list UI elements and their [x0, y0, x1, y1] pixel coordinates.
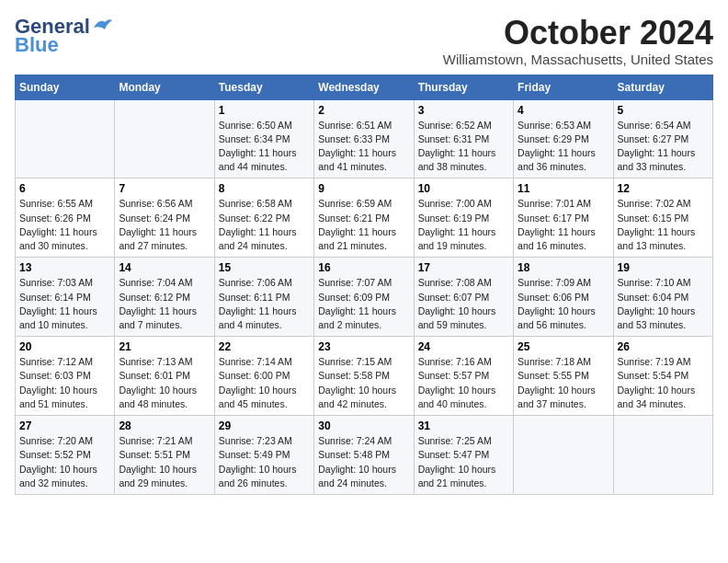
day-number: 15: [219, 261, 310, 274]
day-cell: 5Sunrise: 6:54 AM Sunset: 6:27 PM Daylig…: [613, 99, 712, 178]
day-number: 21: [119, 340, 210, 353]
day-cell: 15Sunrise: 7:06 AM Sunset: 6:11 PM Dayli…: [214, 258, 313, 337]
header-cell-saturday: Saturday: [613, 75, 712, 99]
day-number: 13: [19, 261, 110, 274]
day-cell: 4Sunrise: 6:53 AM Sunset: 6:29 PM Daylig…: [514, 99, 613, 178]
day-info: Sunrise: 7:07 AM Sunset: 6:09 PM Dayligh…: [318, 276, 409, 332]
day-number: 10: [418, 182, 509, 195]
day-cell: 13Sunrise: 7:03 AM Sunset: 6:14 PM Dayli…: [16, 258, 115, 337]
day-info: Sunrise: 7:21 AM Sunset: 5:51 PM Dayligh…: [119, 434, 210, 490]
day-cell: 29Sunrise: 7:23 AM Sunset: 5:49 PM Dayli…: [214, 416, 313, 495]
day-number: 24: [418, 340, 509, 353]
day-info: Sunrise: 6:59 AM Sunset: 6:21 PM Dayligh…: [318, 197, 409, 253]
calendar-header: SundayMondayTuesdayWednesdayThursdayFrid…: [16, 75, 713, 99]
week-row-1: 1Sunrise: 6:50 AM Sunset: 6:34 PM Daylig…: [16, 99, 713, 178]
day-cell: 30Sunrise: 7:24 AM Sunset: 5:48 PM Dayli…: [314, 416, 414, 495]
day-number: 26: [618, 340, 709, 353]
day-cell: 8Sunrise: 6:58 AM Sunset: 6:22 PM Daylig…: [214, 178, 313, 258]
day-number: 17: [418, 261, 509, 274]
day-info: Sunrise: 7:16 AM Sunset: 5:57 PM Dayligh…: [418, 355, 509, 411]
calendar-body: 1Sunrise: 6:50 AM Sunset: 6:34 PM Daylig…: [16, 99, 713, 494]
day-cell: 10Sunrise: 7:00 AM Sunset: 6:19 PM Dayli…: [414, 178, 513, 258]
day-cell: 1Sunrise: 6:50 AM Sunset: 6:34 PM Daylig…: [214, 99, 313, 178]
day-info: Sunrise: 7:13 AM Sunset: 6:01 PM Dayligh…: [119, 355, 210, 411]
day-cell: [514, 416, 613, 495]
day-number: 29: [219, 419, 310, 432]
day-info: Sunrise: 7:19 AM Sunset: 5:54 PM Dayligh…: [618, 355, 709, 411]
week-row-3: 13Sunrise: 7:03 AM Sunset: 6:14 PM Dayli…: [16, 258, 713, 337]
week-row-5: 27Sunrise: 7:20 AM Sunset: 5:52 PM Dayli…: [16, 416, 713, 495]
day-info: Sunrise: 7:04 AM Sunset: 6:12 PM Dayligh…: [119, 276, 210, 332]
day-cell: 27Sunrise: 7:20 AM Sunset: 5:52 PM Dayli…: [16, 416, 115, 495]
day-number: 19: [618, 261, 709, 274]
day-number: 8: [219, 182, 310, 195]
day-info: Sunrise: 6:51 AM Sunset: 6:33 PM Dayligh…: [318, 119, 409, 175]
day-info: Sunrise: 7:25 AM Sunset: 5:47 PM Dayligh…: [418, 434, 509, 490]
day-cell: 9Sunrise: 6:59 AM Sunset: 6:21 PM Daylig…: [314, 178, 414, 258]
day-number: 5: [618, 104, 709, 117]
day-number: 9: [318, 182, 409, 195]
day-number: 4: [518, 104, 609, 117]
logo: General Blue: [15, 15, 112, 57]
logo-bird-icon: [92, 17, 112, 33]
day-info: Sunrise: 6:56 AM Sunset: 6:24 PM Dayligh…: [119, 197, 210, 253]
day-number: 28: [119, 419, 210, 432]
day-cell: 6Sunrise: 6:55 AM Sunset: 6:26 PM Daylig…: [16, 178, 115, 258]
day-info: Sunrise: 7:23 AM Sunset: 5:49 PM Dayligh…: [219, 434, 310, 490]
day-info: Sunrise: 7:20 AM Sunset: 5:52 PM Dayligh…: [19, 434, 110, 490]
day-cell: 14Sunrise: 7:04 AM Sunset: 6:12 PM Dayli…: [115, 258, 214, 337]
day-number: 1: [219, 104, 310, 117]
header-cell-sunday: Sunday: [16, 75, 115, 99]
day-info: Sunrise: 6:54 AM Sunset: 6:27 PM Dayligh…: [618, 119, 709, 175]
day-info: Sunrise: 6:53 AM Sunset: 6:29 PM Dayligh…: [518, 119, 609, 175]
day-info: Sunrise: 7:15 AM Sunset: 5:58 PM Dayligh…: [318, 355, 409, 411]
day-cell: 16Sunrise: 7:07 AM Sunset: 6:09 PM Dayli…: [314, 258, 414, 337]
day-cell: 11Sunrise: 7:01 AM Sunset: 6:17 PM Dayli…: [514, 178, 613, 258]
day-number: 12: [618, 182, 709, 195]
day-cell: 12Sunrise: 7:02 AM Sunset: 6:15 PM Dayli…: [613, 178, 712, 258]
day-number: 22: [219, 340, 310, 353]
day-number: 20: [19, 340, 110, 353]
day-cell: 23Sunrise: 7:15 AM Sunset: 5:58 PM Dayli…: [314, 337, 414, 416]
day-number: 6: [19, 182, 110, 195]
title-block: October 2024 Williamstown, Massachusetts…: [443, 15, 713, 67]
header-cell-friday: Friday: [514, 75, 613, 99]
day-info: Sunrise: 7:08 AM Sunset: 6:07 PM Dayligh…: [418, 276, 509, 332]
day-info: Sunrise: 6:58 AM Sunset: 6:22 PM Dayligh…: [219, 197, 310, 253]
day-info: Sunrise: 7:14 AM Sunset: 6:00 PM Dayligh…: [219, 355, 310, 411]
day-cell: 18Sunrise: 7:09 AM Sunset: 6:06 PM Dayli…: [514, 258, 613, 337]
day-info: Sunrise: 7:18 AM Sunset: 5:55 PM Dayligh…: [518, 355, 609, 411]
day-cell: 28Sunrise: 7:21 AM Sunset: 5:51 PM Dayli…: [115, 416, 214, 495]
day-info: Sunrise: 7:06 AM Sunset: 6:11 PM Dayligh…: [219, 276, 310, 332]
day-number: 23: [318, 340, 409, 353]
day-info: Sunrise: 6:50 AM Sunset: 6:34 PM Dayligh…: [219, 119, 310, 175]
day-info: Sunrise: 7:10 AM Sunset: 6:04 PM Dayligh…: [618, 276, 709, 332]
day-cell: 2Sunrise: 6:51 AM Sunset: 6:33 PM Daylig…: [314, 99, 414, 178]
day-info: Sunrise: 7:01 AM Sunset: 6:17 PM Dayligh…: [518, 197, 609, 253]
day-number: 31: [418, 419, 509, 432]
header-row: SundayMondayTuesdayWednesdayThursdayFrid…: [16, 75, 713, 99]
day-info: Sunrise: 6:52 AM Sunset: 6:31 PM Dayligh…: [418, 119, 509, 175]
day-info: Sunrise: 7:02 AM Sunset: 6:15 PM Dayligh…: [618, 197, 709, 253]
header-cell-monday: Monday: [115, 75, 214, 99]
day-number: 27: [19, 419, 110, 432]
day-info: Sunrise: 7:09 AM Sunset: 6:06 PM Dayligh…: [518, 276, 609, 332]
week-row-4: 20Sunrise: 7:12 AM Sunset: 6:03 PM Dayli…: [16, 337, 713, 416]
day-cell: [16, 99, 115, 178]
logo-blue: Blue: [15, 33, 59, 57]
day-cell: 31Sunrise: 7:25 AM Sunset: 5:47 PM Dayli…: [414, 416, 513, 495]
header-cell-tuesday: Tuesday: [214, 75, 313, 99]
day-number: 3: [418, 104, 509, 117]
day-number: 18: [518, 261, 609, 274]
day-number: 30: [318, 419, 409, 432]
day-cell: 21Sunrise: 7:13 AM Sunset: 6:01 PM Dayli…: [115, 337, 214, 416]
day-info: Sunrise: 7:12 AM Sunset: 6:03 PM Dayligh…: [19, 355, 110, 411]
header-cell-wednesday: Wednesday: [314, 75, 414, 99]
day-info: Sunrise: 7:00 AM Sunset: 6:19 PM Dayligh…: [418, 197, 509, 253]
day-number: 7: [119, 182, 210, 195]
day-number: 14: [119, 261, 210, 274]
day-cell: 20Sunrise: 7:12 AM Sunset: 6:03 PM Dayli…: [16, 337, 115, 416]
week-row-2: 6Sunrise: 6:55 AM Sunset: 6:26 PM Daylig…: [16, 178, 713, 258]
day-cell: 17Sunrise: 7:08 AM Sunset: 6:07 PM Dayli…: [414, 258, 513, 337]
day-cell: 26Sunrise: 7:19 AM Sunset: 5:54 PM Dayli…: [613, 337, 712, 416]
